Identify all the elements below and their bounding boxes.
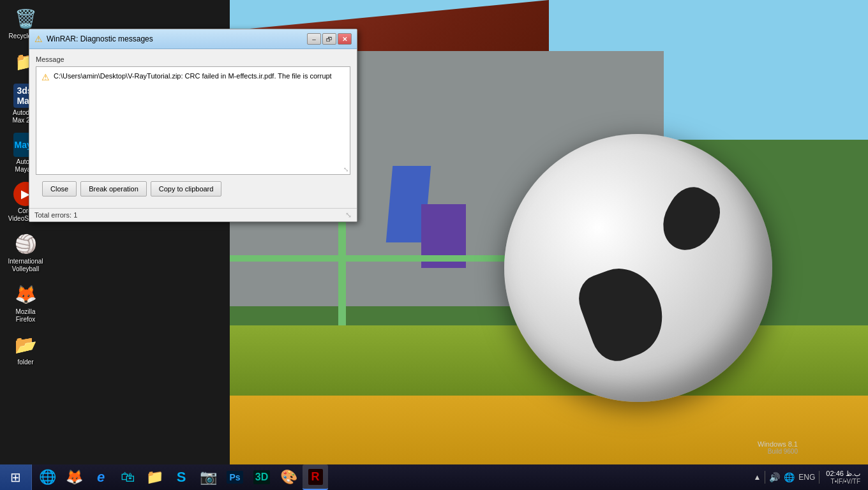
copy-clipboard-button[interactable]: Copy to clipboard: [151, 181, 222, 197]
clock-time: 02:46 ب.ظ: [826, 470, 860, 478]
statusbar-resize-icon: ⤡: [345, 211, 352, 219]
titlebar-buttons: – 🗗 ✕: [307, 33, 352, 45]
taskbar-icon-paint[interactable]: 🎨: [276, 464, 301, 490]
clock-date: T•IF/•V/TF: [831, 478, 860, 485]
desktop-icon-folder-black[interactable]: 📂 folder: [3, 329, 48, 369]
message-row: ⚠ C:\Users\amin\Desktop\V-RayTutorial.zi…: [41, 72, 345, 82]
3d-viewer-icon: 3D: [253, 470, 270, 484]
break-operation-button[interactable]: Break operation: [80, 181, 147, 197]
dialog-button-row: Close Break operation Copy to clipboard: [36, 181, 350, 197]
clock-area[interactable]: 02:46 ب.ظ T•IF/•V/TF: [823, 470, 863, 485]
black-folder-label: folder: [17, 359, 33, 366]
windows-build: Build 9600: [758, 448, 798, 455]
volleyball-icon: 🏐: [13, 231, 38, 256]
close-titlebar-button[interactable]: ✕: [338, 33, 352, 45]
message-header: Message: [36, 56, 350, 63]
dialog-title-left: ⚠ WinRAR: Diagnostic messages: [34, 34, 153, 44]
message-area[interactable]: ⚠ C:\Users\amin\Desktop\V-RayTutorial.zi…: [36, 66, 350, 175]
system-tray: ▲ 🔊 🌐 ENG 02:46 ب.ظ T•IF/•V/TF: [748, 464, 868, 490]
ie-icon: e: [97, 469, 105, 486]
photoshop-icon: Ps: [227, 471, 243, 484]
paint-icon: 🎨: [280, 469, 297, 486]
network-icon[interactable]: 🌐: [784, 472, 795, 482]
volume-icon[interactable]: 🔊: [769, 472, 780, 482]
taskbar-icon-firefox[interactable]: 🦊: [61, 464, 87, 490]
skype-icon: S: [177, 469, 186, 486]
volleyball-label: International Volleyball: [6, 258, 45, 273]
dialog-title-text: WinRAR: Diagnostic messages: [47, 34, 153, 43]
firefox-label: Mozilla Firefox: [6, 308, 45, 323]
start-button[interactable]: ⊞: [0, 464, 32, 490]
winrar-icon: R: [308, 469, 323, 485]
taskbar-icon-photoshop[interactable]: Ps: [222, 464, 248, 490]
dialog-statusbar: Total errors: 1 ⤡: [29, 208, 357, 221]
start-icon: ⊞: [10, 470, 21, 485]
taskbar-icon-3d[interactable]: 3D: [249, 464, 274, 490]
firefox-icon: 🦊: [13, 281, 38, 307]
restore-button[interactable]: 🗗: [322, 33, 336, 45]
message-text: C:\Users\amin\Desktop\V-RayTutorial.zip:…: [54, 72, 332, 80]
recycle-bin-icon: 🗑️: [13, 6, 38, 31]
chrome-icon: 🌐: [39, 469, 56, 486]
taskbar-firefox-icon: 🦊: [66, 469, 83, 486]
file-explorer-icon: 📁: [146, 469, 163, 486]
taskbar-icons: 🌐 🦊 e 🛍 📁 S 📷 Ps 3D 🎨 R: [32, 464, 331, 490]
taskbar: ⊞ 🌐 🦊 e 🛍 📁 S 📷 Ps 3D 🎨: [0, 464, 868, 490]
taskbar-icon-ie[interactable]: e: [88, 464, 114, 490]
dialog-warning-icon: ⚠: [34, 34, 43, 44]
resize-handle[interactable]: ⤡: [343, 166, 348, 173]
tray-arrow[interactable]: ▲: [753, 473, 761, 482]
tray-divider-2: [819, 471, 819, 484]
desktop-icon-volleyball[interactable]: 🏐 International Volleyball: [3, 228, 48, 276]
windows-version: Windows 8.1: [758, 440, 798, 448]
store-icon: 🛍: [121, 469, 135, 486]
desktop: 🗑️ Recycle Bin 📁 3dsMax Autode...Max 20.…: [0, 0, 868, 466]
close-button[interactable]: Close: [42, 181, 77, 197]
soccer-ball: [504, 134, 772, 402]
taskbar-icon-explorer[interactable]: 📁: [142, 464, 167, 490]
dialog-content: Message ⚠ C:\Users\amin\Desktop\V-RayTut…: [29, 49, 357, 208]
minimize-button[interactable]: –: [307, 33, 321, 45]
taskbar-icon-store[interactable]: 🛍: [115, 464, 140, 490]
taskbar-icon-winrar[interactable]: R: [303, 464, 328, 490]
taskbar-icon-chrome[interactable]: 🌐: [34, 464, 60, 490]
dialog-titlebar: ⚠ WinRAR: Diagnostic messages – 🗗 ✕: [29, 29, 357, 49]
taskbar-icon-skype[interactable]: S: [168, 464, 194, 490]
tray-divider-1: [765, 471, 765, 484]
message-warning-icon: ⚠: [41, 72, 50, 82]
taskbar-icon-camera[interactable]: 📷: [195, 464, 221, 490]
camera-icon: 📷: [200, 469, 217, 486]
status-text: Total errors: 1: [34, 211, 77, 219]
winrar-dialog: ⚠ WinRAR: Diagnostic messages – 🗗 ✕ Mess…: [29, 29, 357, 222]
language-indicator[interactable]: ENG: [798, 473, 815, 482]
windows-version-info: Windows 8.1 Build 9600: [758, 440, 798, 455]
black-folder-icon: 📂: [13, 332, 38, 357]
desktop-icon-firefox[interactable]: 🦊 Mozilla Firefox: [3, 279, 48, 326]
